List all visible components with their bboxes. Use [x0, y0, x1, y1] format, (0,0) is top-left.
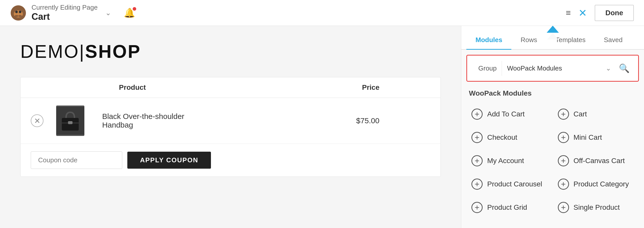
svg-rect-8 — [62, 118, 79, 131]
add-icon: + — [471, 155, 483, 166]
product-price: $75.00 — [209, 116, 379, 125]
list-item[interactable]: + My Account — [466, 149, 553, 172]
top-bar: Currently Editing Page Cart ⌄ 🔔 ≡ ✕ Done — [0, 0, 644, 26]
logo-part2: SHOP — [85, 41, 141, 62]
svg-point-3 — [19, 11, 21, 13]
panel-pointer — [547, 26, 559, 33]
main-content: DEMO|SHOP Product Price ✕ — [0, 26, 644, 228]
apply-coupon-button[interactable]: APPLY COUPON — [127, 152, 211, 169]
add-icon: + — [558, 132, 569, 143]
tab-rows[interactable]: Rows — [511, 31, 546, 50]
coupon-row: APPLY COUPON — [21, 144, 440, 177]
app-logo — [10, 5, 26, 21]
module-label: Add To Cart — [487, 110, 525, 118]
add-icon: + — [471, 109, 483, 120]
module-label: Product Grid — [487, 203, 527, 212]
add-icon: + — [558, 202, 569, 213]
modules-grid: + Add To Cart + Cart + Checkout + Mini C… — [461, 102, 644, 219]
top-bar-left: Currently Editing Page Cart ⌄ 🔔 — [10, 4, 135, 22]
list-item[interactable]: + Cart — [553, 102, 639, 126]
add-icon: + — [471, 202, 483, 213]
module-label: Cart — [574, 110, 587, 118]
group-select[interactable]: WooPack Modules ⌄ — [502, 64, 616, 72]
product-thumbnail — [56, 106, 84, 136]
module-label: Single Product — [574, 203, 620, 212]
add-icon: + — [558, 155, 569, 166]
add-icon: + — [471, 179, 483, 190]
remove-item-button[interactable]: ✕ — [31, 114, 43, 127]
top-bar-right: ≡ ✕ Done — [566, 5, 634, 21]
add-icon: + — [558, 179, 569, 190]
group-select-value: WooPack Modules — [507, 64, 606, 72]
module-label: Off-Canvas Cart — [574, 157, 625, 165]
list-icon[interactable]: ≡ — [566, 8, 571, 18]
page-info: Currently Editing Page Cart — [32, 4, 98, 22]
module-label: My Account — [487, 157, 524, 165]
cart-table-header: Product Price — [21, 77, 440, 98]
add-icon: + — [558, 109, 569, 120]
svg-point-2 — [15, 11, 18, 13]
list-item[interactable]: + Product Category — [553, 172, 639, 196]
add-icon: + — [471, 132, 483, 143]
shop-logo: DEMO|SHOP — [20, 41, 441, 62]
page-dropdown-arrow[interactable]: ⌄ — [105, 9, 111, 17]
svg-rect-9 — [68, 121, 73, 124]
list-item[interactable]: + Single Product — [553, 196, 639, 219]
page-canvas: DEMO|SHOP Product Price ✕ — [0, 26, 461, 228]
product-name: Black Over-the-shoulder Handbag — [92, 112, 209, 129]
table-row: ✕ — [21, 98, 440, 144]
currently-editing-label: Currently Editing Page — [32, 4, 98, 11]
col-header-product: Product — [56, 83, 209, 92]
close-icon[interactable]: ✕ — [578, 7, 587, 19]
group-filter-row: Group WooPack Modules ⌄ 🔍 — [466, 55, 639, 82]
list-item[interactable]: + Add To Cart — [466, 102, 553, 126]
module-label: Checkout — [487, 133, 517, 142]
search-icon[interactable]: 🔍 — [616, 61, 632, 76]
module-label: Product Carousel — [487, 180, 542, 188]
list-item[interactable]: + Mini Cart — [553, 126, 639, 149]
logo-part1: DEMO — [20, 41, 79, 62]
done-button[interactable]: Done — [595, 5, 634, 21]
tab-modules[interactable]: Modules — [466, 31, 511, 50]
svg-rect-6 — [15, 17, 21, 20]
notifications-bell[interactable]: 🔔 — [124, 8, 135, 18]
chevron-down-icon: ⌄ — [606, 64, 611, 72]
list-item[interactable]: + Product Carousel — [466, 172, 553, 196]
group-label: Group — [473, 61, 502, 76]
list-item[interactable]: + Checkout — [466, 126, 553, 149]
coupon-input[interactable] — [31, 151, 122, 169]
notification-dot — [133, 7, 136, 11]
svg-point-5 — [18, 15, 22, 17]
modules-section-title: WooPack Modules — [461, 87, 644, 102]
module-label: Product Category — [574, 180, 629, 188]
page-name-label: Cart — [32, 11, 98, 22]
module-label: Mini Cart — [574, 133, 602, 142]
col-header-price: Price — [209, 83, 379, 92]
logo-sep: | — [79, 41, 85, 62]
modules-panel: Modules Rows Templates Saved Group WooPa… — [461, 26, 644, 228]
tab-saved[interactable]: Saved — [595, 31, 632, 50]
panel-pointer-inner — [547, 33, 558, 40]
list-item[interactable]: + Product Grid — [466, 196, 553, 219]
svg-point-4 — [15, 15, 18, 17]
cart-table: Product Price ✕ — [20, 77, 441, 177]
list-item[interactable]: + Off-Canvas Cart — [553, 149, 639, 172]
